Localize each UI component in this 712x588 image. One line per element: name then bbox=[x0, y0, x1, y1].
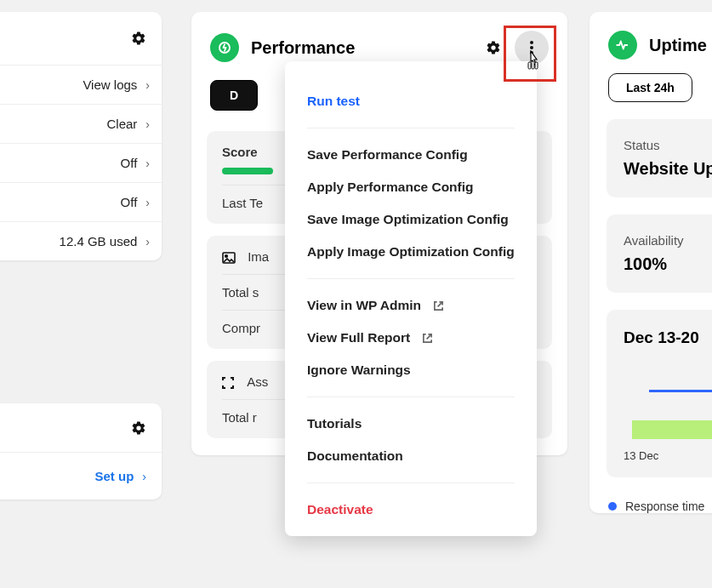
chevron-right-icon: › bbox=[145, 78, 150, 92]
chevron-right-icon: › bbox=[145, 117, 150, 131]
performance-title: Performance bbox=[251, 38, 486, 58]
chevron-right-icon: › bbox=[142, 470, 146, 483]
setup-link[interactable]: Set up bbox=[94, 469, 134, 483]
chevron-right-icon: › bbox=[145, 157, 150, 170]
row-label: Ima bbox=[248, 249, 269, 264]
uptime-card: Uptime Last 24h Status Website Up Availa… bbox=[590, 12, 712, 513]
chart-title: Dec 13-20 bbox=[624, 328, 712, 347]
dd-save-img[interactable]: Save Image Optimization Config bbox=[285, 203, 537, 236]
chart-xlabel: 13 Dec bbox=[624, 449, 712, 462]
performance-badge-icon bbox=[210, 33, 239, 62]
row-label: Off bbox=[121, 156, 138, 170]
response-time-line bbox=[649, 390, 712, 392]
cursor-icon bbox=[525, 50, 542, 71]
dd-label: View Full Report bbox=[307, 330, 410, 345]
run-button[interactable]: D bbox=[210, 80, 258, 111]
status-block: Status Website Up bbox=[607, 119, 712, 197]
status-value: Website Up bbox=[624, 159, 712, 179]
uptime-chart: Dec 13-20 13 Dec bbox=[607, 310, 712, 477]
chevron-right-icon: › bbox=[145, 196, 150, 209]
dd-deactivate[interactable]: Deactivate bbox=[285, 494, 537, 526]
dd-apply-perf[interactable]: Apply Performance Config bbox=[285, 171, 537, 203]
dd-apply-img[interactable]: Apply Image Optimization Config bbox=[285, 236, 537, 268]
uptime-title: Uptime bbox=[649, 36, 707, 55]
status-label: Status bbox=[624, 138, 712, 152]
view-logs-row[interactable]: View logs› bbox=[0, 65, 162, 104]
score-bar bbox=[222, 168, 273, 174]
gear-icon[interactable] bbox=[131, 31, 146, 46]
svg-rect-7 bbox=[532, 61, 534, 69]
dd-docs[interactable]: Documentation bbox=[285, 440, 537, 472]
dd-ignore[interactable]: Ignore Warnings bbox=[285, 354, 537, 386]
clear-row[interactable]: Clear› bbox=[0, 104, 162, 143]
uptime-badge-icon bbox=[608, 31, 637, 60]
separator bbox=[307, 397, 515, 397]
availability-block: Availability 100% bbox=[607, 214, 712, 293]
availability-value: 100% bbox=[624, 254, 712, 274]
dd-wp-admin[interactable]: View in WP Admin bbox=[285, 289, 537, 322]
dd-tutorials[interactable]: Tutorials bbox=[285, 408, 537, 440]
row-label: Clear bbox=[106, 117, 137, 131]
svg-point-5 bbox=[225, 255, 228, 258]
gear-icon[interactable] bbox=[486, 40, 501, 55]
compress-icon bbox=[222, 377, 236, 389]
range-pill-24h[interactable]: Last 24h bbox=[608, 73, 692, 102]
legend-label: Response time bbox=[625, 500, 704, 513]
availability-label: Availability bbox=[624, 233, 712, 248]
chart-area bbox=[624, 368, 712, 439]
more-options-dropdown: Run test Save Performance Config Apply P… bbox=[285, 61, 537, 536]
row-label: 12.4 GB used bbox=[60, 234, 138, 248]
storage-row[interactable]: 12.4 GB used› bbox=[0, 221, 162, 260]
external-link-icon bbox=[422, 333, 433, 344]
row-label: Ass bbox=[247, 374, 268, 389]
off-row-1[interactable]: Off› bbox=[0, 143, 162, 182]
setup-row[interactable]: Set up › bbox=[0, 452, 162, 500]
separator bbox=[307, 128, 515, 128]
dd-save-perf[interactable]: Save Performance Config bbox=[285, 139, 537, 171]
uptime-bar bbox=[632, 420, 712, 439]
separator bbox=[307, 278, 515, 279]
left-panel: View logs› Clear› Off› Off› 12.4 GB used… bbox=[0, 12, 162, 260]
chevron-right-icon: › bbox=[145, 235, 150, 248]
svg-rect-6 bbox=[528, 62, 531, 69]
dd-full-report[interactable]: View Full Report bbox=[285, 322, 537, 354]
gear-icon[interactable] bbox=[131, 420, 146, 436]
off-row-2[interactable]: Off› bbox=[0, 182, 162, 221]
dd-run-test[interactable]: Run test bbox=[285, 85, 537, 117]
legend-response-time: Response time bbox=[608, 500, 712, 513]
row-label: Off bbox=[121, 195, 138, 209]
image-icon bbox=[222, 252, 236, 264]
svg-rect-8 bbox=[535, 62, 538, 69]
left-panel-2: lates Set up › bbox=[0, 403, 162, 500]
dd-label: View in WP Admin bbox=[307, 298, 421, 312]
external-link-icon bbox=[433, 300, 444, 311]
legend-dot-icon bbox=[608, 502, 617, 511]
separator bbox=[307, 482, 515, 483]
row-label: View logs bbox=[83, 77, 137, 92]
